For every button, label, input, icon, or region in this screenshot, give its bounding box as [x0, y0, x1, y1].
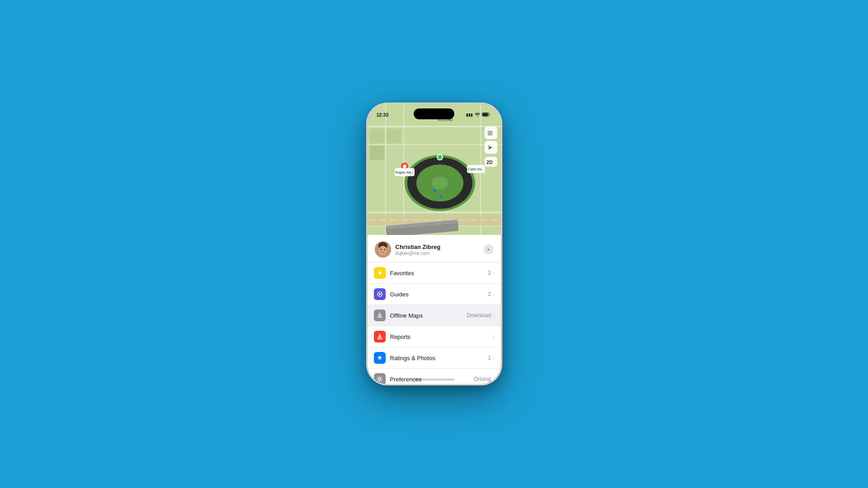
status-time: 12:33 [377, 112, 389, 117]
svg-point-48 [380, 249, 382, 250]
svg-text:Cattle Ma...: Cattle Ma... [468, 168, 484, 171]
offline-maps-right: Download › [467, 312, 494, 319]
signal-icon: ▮▮▮ [466, 113, 473, 117]
menu-item-preferences[interactable]: Preferences Driving › [368, 369, 501, 384]
svg-point-52 [379, 338, 380, 339]
reports-right: › [491, 334, 495, 339]
svg-text:➤: ➤ [487, 144, 493, 151]
offline-maps-label: Offline Maps [390, 312, 467, 319]
menu-item-reports[interactable]: Reports › [368, 326, 501, 347]
reports-icon [374, 331, 386, 343]
user-details: Christian Zibreg dujkan@me.com [396, 244, 441, 256]
avatar [375, 241, 391, 258]
user-name: Christian Zibreg [396, 244, 441, 250]
offline-maps-value: Download [467, 312, 491, 319]
menu-item-offline-maps[interactable]: Offline Maps Download › [368, 305, 501, 326]
reports-chevron: › [493, 334, 495, 339]
ratings-count: 1 [488, 355, 491, 361]
favorites-right: 2 › [488, 270, 494, 276]
svg-point-53 [378, 378, 381, 380]
ratings-icon [374, 352, 386, 364]
phone-device: 12:33 ▮▮▮ [368, 104, 501, 384]
svg-point-18 [438, 155, 442, 160]
favorites-label: Favorites [390, 270, 488, 277]
menu-item-ratings[interactable]: Ratings & Photos 1 › [368, 347, 501, 369]
menu-item-favorites[interactable]: Favorites 2 › [368, 263, 501, 284]
favorites-count: 2 [488, 270, 491, 276]
preferences-value: Driving [474, 376, 491, 382]
favorites-chevron: › [493, 270, 495, 276]
guides-chevron: › [493, 291, 495, 297]
svg-rect-11 [370, 145, 384, 160]
svg-rect-12 [387, 129, 401, 143]
menu-item-guides[interactable]: Guides 2 › [368, 284, 501, 305]
offline-maps-chevron: › [493, 313, 495, 318]
guides-label: Guides [390, 291, 488, 298]
guides-right: 2 › [488, 291, 494, 297]
dynamic-island [414, 108, 454, 119]
home-indicator [414, 379, 454, 380]
svg-point-40 [403, 164, 406, 168]
ratings-label: Ratings & Photos [390, 355, 488, 361]
svg-rect-10 [370, 129, 384, 143]
svg-point-16 [432, 177, 448, 189]
svg-rect-1 [482, 113, 488, 116]
user-info: Christian Zibreg dujkan@me.com [375, 241, 441, 258]
status-icons: ▮▮▮ [466, 113, 490, 117]
preferences-right: Driving › [474, 376, 494, 382]
favorites-icon [374, 267, 386, 279]
preferences-chevron: › [493, 376, 495, 382]
reports-label: Reports [390, 333, 491, 340]
offline-maps-icon [374, 310, 386, 321]
wifi-icon [475, 113, 480, 117]
guides-count: 2 [488, 291, 491, 297]
guides-icon [374, 288, 386, 300]
ratings-chevron: › [493, 355, 495, 361]
svg-text:2D: 2D [486, 160, 493, 165]
map-background: RDLAND ⊞ ➤ 2D [368, 104, 501, 244]
user-email: dujkan@me.com [396, 251, 441, 256]
svg-point-31 [439, 195, 442, 198]
svg-point-51 [379, 293, 381, 295]
user-card[interactable]: Christian Zibreg dujkan@me.com × [368, 235, 501, 263]
svg-point-30 [433, 189, 436, 192]
map-area[interactable]: RDLAND ⊞ ➤ 2D [368, 104, 501, 244]
svg-point-49 [384, 249, 385, 250]
ratings-right: 1 › [488, 355, 494, 361]
svg-text:Raglan We...: Raglan We... [395, 171, 413, 174]
svg-point-47 [379, 246, 387, 255]
phone-frame: 12:33 ▮▮▮ [368, 104, 501, 384]
battery-icon [482, 113, 490, 117]
bottom-sheet: Christian Zibreg dujkan@me.com × Favorit… [368, 235, 501, 384]
preferences-icon [374, 373, 386, 384]
svg-text:⊞: ⊞ [487, 129, 493, 136]
close-button[interactable]: × [484, 244, 494, 254]
menu-list: Favorites 2 › Guides 2 › [368, 263, 501, 384]
